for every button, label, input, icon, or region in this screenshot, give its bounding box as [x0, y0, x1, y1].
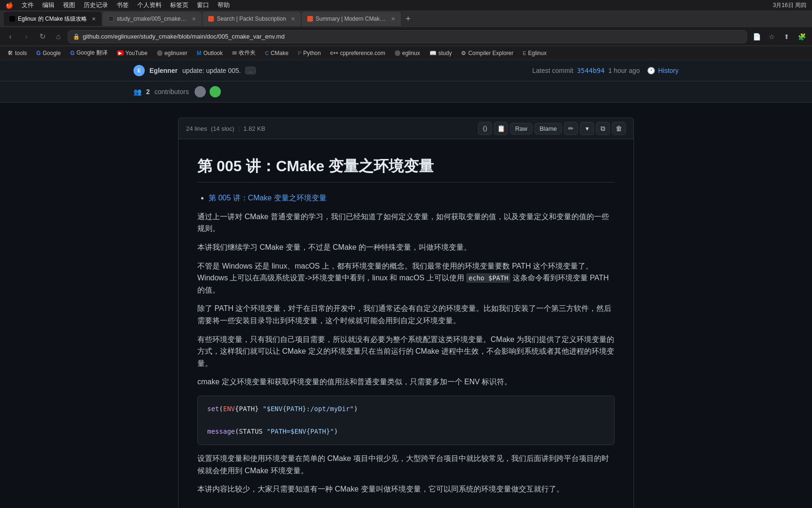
- tab-packt[interactable]: Search | Packt Subscription ✕: [203, 12, 300, 26]
- menu-edit[interactable]: 编辑: [42, 1, 55, 9]
- bookmark-btn[interactable]: ☆: [765, 30, 778, 43]
- bm-compiler-explorer[interactable]: ⚙ Compiler Explorer: [457, 49, 517, 57]
- reader-view-btn[interactable]: 📄: [750, 30, 763, 43]
- tab-label: Eglinux 的 CMake 练级攻略: [18, 15, 87, 23]
- history-link[interactable]: 🕐 History: [647, 67, 679, 74]
- copy-btn[interactable]: ⧉: [596, 122, 610, 135]
- bm-study[interactable]: 📖 study: [426, 49, 456, 57]
- code-btn[interactable]: ⟨⟩: [478, 122, 492, 135]
- bm-label: Python: [303, 50, 320, 56]
- toc-link[interactable]: 第 005 讲：CMake 变量之环境变量: [209, 194, 327, 202]
- github-page: E Eglenner update: update 005. ... Lates…: [0, 60, 812, 508]
- bm-label: CMake: [271, 50, 289, 56]
- contributors-label: contributors: [155, 88, 189, 95]
- bm-cmake[interactable]: C CMake: [261, 49, 292, 57]
- tab-close-btn[interactable]: ✕: [391, 16, 395, 22]
- extensions-btn[interactable]: 🧩: [795, 30, 808, 43]
- bm-label: Google 翻译: [77, 49, 108, 57]
- commit-user[interactable]: Eglenner: [149, 67, 178, 74]
- bm-label: Eglinux: [528, 50, 547, 56]
- translate-icon: G: [70, 50, 74, 56]
- bm-eglinux[interactable]: eglinux: [391, 49, 424, 57]
- menu-profile[interactable]: 个人资料: [137, 1, 162, 9]
- bm-tools[interactable]: 🛠 tools: [4, 49, 31, 57]
- bm-eglinux2[interactable]: E Eglinux: [519, 49, 550, 57]
- eglinux-bm-icon: [395, 50, 400, 56]
- tab-close-btn[interactable]: ✕: [192, 16, 196, 22]
- url-input[interactable]: 🔒 github.com/eglinuxer/study_cmake/blob/…: [68, 30, 747, 43]
- tab-cmake-eglinux[interactable]: Eglinux 的 CMake 练级攻略 ✕: [4, 12, 102, 26]
- new-tab-button[interactable]: +: [402, 12, 415, 25]
- paragraph-6: cmake 定义环境变量和获取环境变量的值用法和普通变量类似，只需要多加一个 E…: [197, 376, 615, 388]
- tab-summary[interactable]: Summary | Modern CMake for... ✕: [302, 12, 401, 26]
- youtube-icon: ▶: [117, 50, 124, 56]
- eglinux2-icon: E: [523, 50, 526, 56]
- commit-hash[interactable]: 3544b94: [577, 67, 605, 74]
- google-icon: G: [36, 50, 40, 56]
- tab-close-btn[interactable]: ✕: [291, 16, 295, 22]
- menu-view[interactable]: 视图: [63, 1, 75, 9]
- contributor-avatars: [194, 85, 222, 98]
- tab-study-cmake[interactable]: study_cmake/005_cmake_var... ✕: [102, 12, 202, 26]
- bm-label: Google: [43, 50, 61, 56]
- file-size: 1.82 KB: [243, 125, 265, 132]
- file-meta-bar: 24 lines (14 sloc) | 1.82 KB ⟨⟩ 📋 Raw Bl…: [178, 118, 634, 139]
- lock-icon: 🔒: [73, 33, 80, 40]
- blame-btn[interactable]: Blame: [534, 123, 562, 135]
- compiler-icon: ⚙: [461, 50, 466, 56]
- back-button[interactable]: ‹: [4, 30, 17, 43]
- tab-label: study_cmake/005_cmake_var...: [117, 16, 187, 22]
- bookmarks-bar: 🛠 tools G Google G Google 翻译 ▶ YouTube e…: [0, 46, 812, 60]
- edit-btn[interactable]: ✏: [564, 122, 578, 135]
- commit-info: E Eglenner update: update 005. ...: [133, 65, 256, 76]
- contributor-avatar-1[interactable]: [194, 85, 207, 98]
- commit-time: 1 hour ago: [608, 67, 640, 74]
- refresh-button[interactable]: ↻: [36, 30, 49, 43]
- contributor-avatar-2[interactable]: [209, 85, 222, 98]
- menu-window[interactable]: 窗口: [197, 1, 209, 9]
- paragraph-1: 通过上一讲对 CMake 普通变量的学习，我们已经知道了如何定义变量，如何获取变…: [197, 211, 615, 235]
- forward-button[interactable]: ›: [20, 30, 33, 43]
- bm-label: Compiler Explorer: [468, 50, 513, 56]
- raw-btn[interactable]: Raw: [510, 123, 532, 135]
- menu-tabs[interactable]: 标签页: [170, 1, 188, 9]
- paragraph-8: 本讲内容比较少，大家只需要知道有一种 CMake 变量叫做环境变量，它可以同系统…: [197, 483, 615, 495]
- bm-label: Outlook: [203, 50, 223, 56]
- tab-label: Search | Packt Subscription: [217, 16, 286, 22]
- contributors-bar: 👥 2 contributors: [0, 81, 812, 103]
- menu-file[interactable]: 文件: [22, 1, 34, 9]
- commit-hash-info: Latest commit 3544b94 1 hour ago: [532, 67, 640, 74]
- tools-icon: 🛠: [8, 50, 13, 56]
- inbox-icon: ✉: [232, 50, 237, 56]
- dropdown-btn[interactable]: ▾: [580, 122, 594, 135]
- menu-help[interactable]: 帮助: [218, 1, 230, 9]
- commit-bar: E Eglenner update: update 005. ... Lates…: [0, 60, 812, 81]
- study-icon: 📖: [429, 50, 437, 56]
- menu-bookmarks[interactable]: 书签: [117, 1, 129, 9]
- bm-label: YouTube: [125, 50, 148, 56]
- bm-eglinuxer[interactable]: eglinuxer: [153, 49, 191, 57]
- latest-commit-label: Latest commit: [532, 67, 573, 74]
- system-time: 3月16日 周四: [773, 1, 806, 9]
- bm-inbox[interactable]: ✉ 收件夹: [228, 48, 259, 58]
- copy-raw-btn[interactable]: 📋: [494, 122, 508, 135]
- toc-list: 第 005 讲：CMake 变量之环境变量: [209, 192, 615, 204]
- delete-btn[interactable]: 🗑: [612, 122, 626, 135]
- inline-code-echo: echo $PATH: [466, 273, 510, 283]
- share-btn[interactable]: ⬆: [780, 30, 793, 43]
- bm-youtube[interactable]: ▶ YouTube: [113, 49, 151, 57]
- file-meta-info: 24 lines (14 sloc) | 1.82 KB: [186, 125, 265, 132]
- bm-python[interactable]: P Python: [294, 49, 325, 57]
- home-button[interactable]: ⌂: [52, 30, 65, 43]
- tab-close-btn[interactable]: ✕: [92, 16, 96, 22]
- tab-label: Summary | Modern CMake for...: [316, 16, 386, 22]
- bm-google-translate[interactable]: G Google 翻译: [66, 48, 111, 58]
- bm-outlook[interactable]: M Outlook: [193, 49, 226, 57]
- contributors-count: 2: [146, 88, 150, 95]
- bm-cppreference[interactable]: C++ cppreference.com: [327, 49, 389, 57]
- menu-history[interactable]: 历史记录: [84, 1, 108, 9]
- apple-menu[interactable]: 🍎: [6, 2, 13, 9]
- bm-google[interactable]: G Google: [32, 49, 64, 57]
- python-icon: P: [298, 50, 301, 56]
- commit-dots[interactable]: ...: [245, 67, 255, 74]
